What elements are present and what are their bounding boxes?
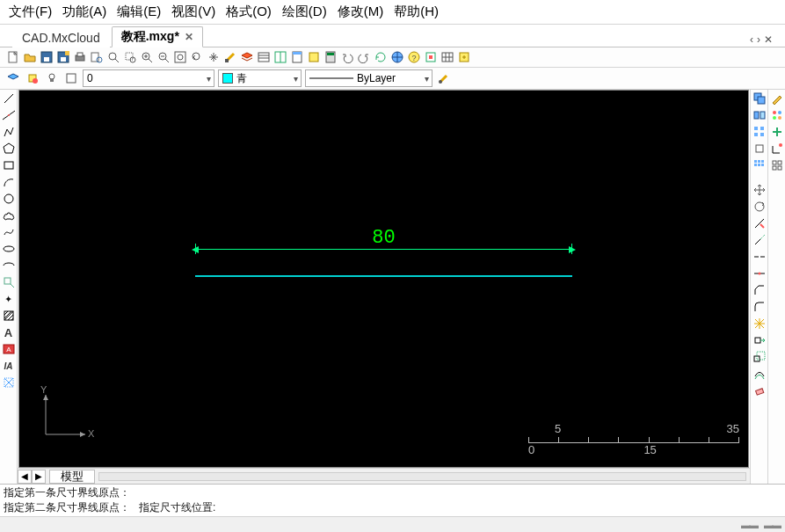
layout-prev-button[interactable]: ◀ xyxy=(18,470,32,484)
insert-block-icon[interactable] xyxy=(2,275,16,289)
line-tool-icon[interactable] xyxy=(2,91,16,106)
layer-filter-icon[interactable] xyxy=(5,70,21,86)
print-icon[interactable] xyxy=(72,49,88,65)
join-icon[interactable] xyxy=(752,266,767,281)
point-tool-icon[interactable]: ✦ xyxy=(2,292,16,306)
rectangle-tool-icon[interactable] xyxy=(2,158,16,172)
document-tab-1[interactable]: CAD.MxCloud xyxy=(12,28,110,47)
tab-next-button[interactable]: › xyxy=(757,33,760,46)
offset-icon[interactable] xyxy=(752,367,767,381)
layer-state-icon[interactable] xyxy=(25,70,40,86)
chamfer-icon[interactable] xyxy=(752,283,767,297)
refresh-icon[interactable] xyxy=(373,49,389,65)
mirror-icon[interactable] xyxy=(752,108,767,122)
ellipse-arc-icon[interactable] xyxy=(2,259,16,273)
save-as-icon[interactable] xyxy=(55,49,71,65)
calculator-icon[interactable] xyxy=(323,49,338,65)
ellipse-tool-icon[interactable] xyxy=(2,242,16,256)
drawing-canvas[interactable]: 80 Y X xyxy=(19,91,748,467)
brush-icon[interactable] xyxy=(436,70,452,86)
attribute-text-icon[interactable]: IA xyxy=(2,359,16,373)
layout-next-button[interactable]: ▶ xyxy=(32,470,46,484)
construction-line-icon[interactable] xyxy=(2,108,16,122)
pencil-icon[interactable] xyxy=(770,91,784,106)
scale-icon[interactable] xyxy=(752,350,767,364)
zoom-window-icon[interactable] xyxy=(122,49,138,65)
array-icon[interactable] xyxy=(752,158,767,172)
extend-icon[interactable] xyxy=(752,233,767,247)
print-preview-icon[interactable] xyxy=(89,49,105,65)
region-tool-icon[interactable] xyxy=(2,375,16,390)
spline-tool-icon[interactable] xyxy=(2,225,16,239)
table-icon[interactable] xyxy=(440,49,455,65)
design-center-icon[interactable] xyxy=(273,49,288,65)
menu-function[interactable]: 功能(A) xyxy=(62,4,106,20)
circle-tool-icon[interactable] xyxy=(2,192,16,206)
tool-palettes-icon[interactable] xyxy=(289,49,305,65)
properties-icon[interactable] xyxy=(256,49,272,65)
trim-icon[interactable] xyxy=(752,216,767,230)
layers-icon[interactable] xyxy=(239,49,255,65)
add-block-icon[interactable] xyxy=(770,125,784,139)
zoom-in-icon[interactable] xyxy=(139,49,155,65)
open-file-icon[interactable] xyxy=(22,49,38,65)
quick-select-icon[interactable] xyxy=(770,158,784,172)
redo-icon[interactable] xyxy=(356,49,372,65)
tools-icon[interactable] xyxy=(423,49,439,65)
mtext-tool-icon[interactable]: A xyxy=(2,342,16,356)
polygon-tool-icon[interactable] xyxy=(2,142,16,156)
color-dropdown[interactable]: 青 xyxy=(218,69,302,87)
layer-color-icon[interactable] xyxy=(63,70,79,86)
zoom-realtime-icon[interactable] xyxy=(105,49,121,65)
menu-file[interactable]: 文件(F) xyxy=(9,4,52,20)
stretch-icon[interactable] xyxy=(752,333,767,347)
pan-icon[interactable] xyxy=(206,49,222,65)
globe-icon[interactable] xyxy=(389,49,405,65)
close-icon[interactable]: ✕ xyxy=(185,31,193,43)
new-file-icon[interactable] xyxy=(5,49,21,65)
model-tab[interactable]: 模型 xyxy=(49,470,95,484)
explode-icon[interactable] xyxy=(752,317,767,331)
erase-icon[interactable] xyxy=(752,383,767,397)
copy-block-icon[interactable] xyxy=(752,91,767,106)
lightbulb-off-icon[interactable] xyxy=(44,70,60,86)
tab-prev-button[interactable]: ‹ xyxy=(750,33,753,46)
layer-dropdown[interactable]: 0 xyxy=(83,69,214,87)
match-properties-icon[interactable] xyxy=(222,49,238,65)
rotate-icon[interactable] xyxy=(752,200,767,214)
fillet-icon[interactable] xyxy=(752,300,767,314)
undo-icon[interactable] xyxy=(339,49,355,65)
array-grid-icon[interactable] xyxy=(752,125,767,139)
svg-point-54 xyxy=(8,114,10,116)
block-editor-icon[interactable] xyxy=(306,49,322,65)
revision-cloud-icon[interactable] xyxy=(2,208,16,222)
drawn-line-object[interactable] xyxy=(195,275,572,277)
tab-close-all-button[interactable]: ✕ xyxy=(764,33,773,46)
external-ref-icon[interactable] xyxy=(456,49,472,65)
help-icon[interactable]: ? xyxy=(406,49,422,65)
menu-edit[interactable]: 编辑(E) xyxy=(117,4,161,20)
polyline-tool-icon[interactable] xyxy=(2,125,16,139)
menu-help[interactable]: 帮助(H) xyxy=(394,4,439,20)
save-icon[interactable] xyxy=(39,49,55,65)
properties-palette-icon[interactable] xyxy=(770,108,784,122)
zoom-previous-icon[interactable] xyxy=(189,49,205,65)
wipeout-icon[interactable] xyxy=(752,142,767,156)
document-tab-2[interactable]: 教程.mxg* ✕ xyxy=(112,26,203,47)
text-tool-icon[interactable]: A xyxy=(2,325,16,339)
right-toolbox-2 xyxy=(767,90,785,484)
menu-draw[interactable]: 绘图(D) xyxy=(282,4,327,20)
menu-modify[interactable]: 修改(M) xyxy=(338,4,384,20)
zoom-out-icon[interactable] xyxy=(156,49,171,65)
ucs-options-icon[interactable] xyxy=(770,142,784,156)
zoom-extents-icon[interactable] xyxy=(172,49,188,65)
break-icon[interactable] xyxy=(752,250,767,264)
linetype-dropdown[interactable]: ByLayer xyxy=(305,69,432,87)
command-line-area[interactable]: 指定第一条尺寸界线原点： 指定第二条尺寸界线原点： 指定尺寸线位置: xyxy=(0,484,785,516)
horizontal-scrollbar[interactable] xyxy=(98,472,746,481)
move-icon[interactable] xyxy=(752,183,767,197)
hatch-tool-icon[interactable] xyxy=(2,309,16,323)
arc-tool-icon[interactable] xyxy=(2,175,16,189)
menu-format[interactable]: 格式(O) xyxy=(226,4,272,20)
menu-view[interactable]: 视图(V) xyxy=(171,4,215,20)
